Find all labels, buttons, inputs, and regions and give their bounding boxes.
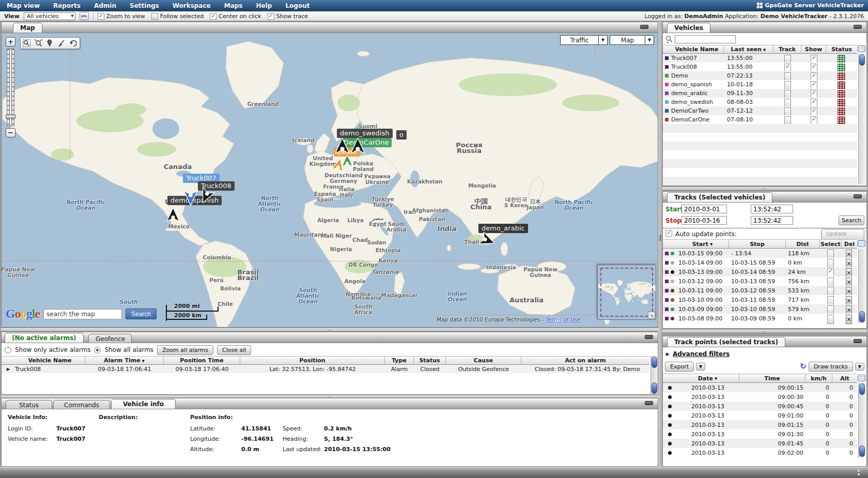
track-point-row[interactable]: 2010-03-1309:01:0000: [663, 411, 857, 420]
tab-status[interactable]: Status: [6, 400, 52, 409]
world-map[interactable]: GreenlandIcelandCanadaUnited KingdomSuom…: [2, 33, 658, 327]
menu-item-reports[interactable]: Reports: [47, 2, 87, 9]
track-row-10-03-11-09-00[interactable]: 10-03-11 09:0010-03-12 08:59533 km✕: [663, 286, 857, 295]
menu-item-map-view[interactable]: Map view: [0, 2, 47, 9]
tab-map[interactable]: Map: [13, 23, 42, 33]
alarm-row[interactable]: ▶ Truck008 09-03-18 17:06:41 09-03-18 17…: [2, 365, 649, 373]
tab-active-alarms[interactable]: (No active alarms): [5, 333, 84, 343]
minimap-collapse-icon[interactable]: ↘: [648, 312, 655, 319]
checkbox-center-on-click[interactable]: [210, 13, 216, 20]
alarm-col-cause[interactable]: Cause: [446, 357, 521, 364]
track-row-10-03-15-09-00[interactable]: 10-03-15 09:00- 13:54118 km✕: [663, 249, 857, 258]
track-row-10-03-13-09-00[interactable]: 10-03-13 09:0010-03-14 08:5924 km✕: [663, 267, 857, 276]
vehicles-col-last-seen[interactable]: Last seen▼: [724, 45, 773, 53]
alarm-col-type[interactable]: Type: [385, 357, 414, 364]
advanced-filters-link[interactable]: Advanced filters: [673, 350, 730, 358]
truck007-marker[interactable]: [184, 188, 197, 206]
radio-show-active-alarms[interactable]: [5, 347, 11, 353]
clear-map-broom-icon[interactable]: [57, 39, 66, 48]
checkbox-show-trace[interactable]: [268, 13, 274, 20]
traffic-layer-dropdown[interactable]: Traffic ▼: [560, 35, 608, 45]
column-settings-icon[interactable]: [858, 45, 865, 52]
map-minimize-button[interactable]: [640, 25, 648, 29]
alarms-scrollbar[interactable]: [650, 356, 658, 394]
scroll-up-button[interactable]: [859, 383, 865, 395]
refresh-icon[interactable]: ↻: [800, 362, 807, 371]
tab-commands[interactable]: Commands: [53, 400, 110, 409]
kml-export-button[interactable]: KML: [80, 12, 89, 20]
toolbar-checkbox-follow-selected[interactable]: Follow selected: [151, 13, 204, 20]
menu-item-logout[interactable]: Logout: [278, 2, 316, 9]
track-points-col-time[interactable]: Time: [739, 374, 805, 382]
marker-label-demo-swedish[interactable]: demo_swedish: [337, 129, 393, 138]
alarm-col-act[interactable]: Act on alarm: [521, 357, 649, 364]
terms-of-use-link[interactable]: Terms of Use: [546, 316, 580, 322]
tracks-minimize-button[interactable]: [854, 194, 862, 198]
tracks-col-select[interactable]: Select: [820, 240, 842, 248]
track-row-10-03-08-09-00[interactable]: 10-03-08 09:0010-03-09 08:590 km✕: [663, 314, 857, 323]
track-row-10-03-12-09-00[interactable]: 10-03-12 09:0010-03-13 08:59756 km✕: [663, 276, 857, 286]
resize-grip[interactable]: [858, 473, 860, 475]
map-search-input[interactable]: [43, 309, 122, 319]
track-point-row[interactable]: 2010-03-1309:01:1500: [663, 420, 857, 429]
map-type-dropdown[interactable]: Map ▼: [610, 35, 654, 45]
menu-item-maps[interactable]: Maps: [218, 2, 250, 9]
track-point-row[interactable]: 2010-03-1309:00:4500: [663, 402, 857, 411]
vehicle-row-democartwo[interactable]: DemoCarTwo07-12-12: [663, 106, 857, 115]
alarms-minimize-button[interactable]: [645, 335, 653, 339]
track-point-row[interactable]: 2010-03-1309:01:3000: [663, 429, 857, 439]
track-point-row[interactable]: 2010-03-1309:00:1500: [663, 383, 857, 392]
track-points-col-alt[interactable]: Alt: [832, 374, 857, 382]
pin-info-icon[interactable]: ?: [45, 39, 54, 48]
vehicles-minimize-button[interactable]: [854, 25, 862, 29]
export-dropdown-button[interactable]: ▼: [696, 363, 705, 371]
vehicle-row-democarone[interactable]: DemoCarOne07-08-10: [663, 115, 857, 124]
search-icon[interactable]: [665, 35, 673, 43]
alarm-col-position[interactable]: Position: [240, 357, 385, 364]
track-row-10-03-10-09-00[interactable]: 10-03-10 09:0010-03-11 08:59717 km✕: [663, 295, 857, 304]
close-all-button[interactable]: Close all: [217, 345, 251, 355]
vehicle-row-demo-arabic[interactable]: demo_arabic09-11-30: [663, 89, 857, 98]
checkbox-zoom-to-view[interactable]: [98, 13, 104, 20]
track-row-10-03-14-09-00[interactable]: 10-03-14 09:0010-03-15 08:590 km✕: [663, 258, 857, 267]
radio-show-all-alarms[interactable]: [94, 347, 101, 353]
vehicles-tracks-splitter[interactable]: ⋯: [662, 187, 867, 191]
menu-item-help[interactable]: Help: [250, 2, 279, 9]
tab-vehicle-info[interactable]: Vehicle info: [111, 399, 176, 409]
map-alarms-splitter[interactable]: ⋯: [1, 328, 658, 332]
toolbar-checkbox-center-on-click[interactable]: Center on click: [210, 13, 261, 20]
resize-grip[interactable]: [858, 470, 860, 472]
tracks-scrollbar[interactable]: [858, 249, 865, 323]
draw-tracks-dropdown-button[interactable]: ▼: [855, 363, 864, 371]
marker-label-demo-arabic[interactable]: demo_arabic: [478, 224, 528, 233]
marker-label-o[interactable]: o: [396, 130, 407, 140]
column-settings-icon[interactable]: [858, 240, 865, 247]
track-points-col-kmh[interactable]: km/h: [805, 374, 832, 382]
map-search-button[interactable]: Search: [126, 309, 157, 319]
vehicle-row-demo[interactable]: Demo07:22:13: [663, 71, 857, 80]
track-point-row[interactable]: 2010-03-1309:01:4500: [663, 439, 857, 448]
checkbox-follow-selected[interactable]: [151, 13, 158, 20]
export-button[interactable]: Export: [665, 362, 694, 372]
advanced-filters[interactable]: ▶ Advanced filters: [666, 350, 730, 358]
vehicle-row-demo-swedish[interactable]: demo_swedish08-08-03: [663, 98, 857, 106]
track-point-row[interactable]: 2010-03-1309:00:3000: [663, 392, 857, 402]
menu-item-admin[interactable]: Admin: [87, 2, 123, 9]
zoom-slider-handle[interactable]: [6, 115, 16, 118]
select-checkbox[interactable]: [827, 315, 834, 324]
vehicle-filter-dropdown[interactable]: All vehicles ▼: [24, 12, 75, 20]
overview-minimap[interactable]: ↘: [597, 265, 656, 320]
tab-track-points[interactable]: Track points (selected tracks): [667, 337, 785, 347]
alarm-col-position-time[interactable]: Position Time: [164, 357, 240, 364]
start-date-input[interactable]: [681, 205, 727, 213]
scroll-down-button[interactable]: [859, 445, 865, 457]
scroll-down-button[interactable]: [859, 311, 865, 322]
undo-icon[interactable]: [69, 39, 78, 48]
vehicles-col-status[interactable]: Status: [826, 45, 857, 53]
stop-date-input[interactable]: [681, 216, 727, 225]
vehicles-col-track[interactable]: Track: [773, 45, 801, 53]
vehicles-scrollbar[interactable]: [858, 54, 865, 184]
main-vertical-splitter[interactable]: •••: [658, 21, 662, 467]
auto-update-checkbox[interactable]: [665, 230, 672, 237]
track-point-row[interactable]: 2010-03-1309:02:0000: [663, 448, 857, 457]
